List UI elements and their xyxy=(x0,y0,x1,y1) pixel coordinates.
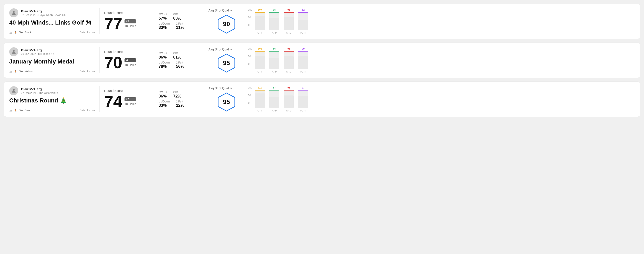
oneputt-value: 22% xyxy=(176,103,184,108)
chart-area: 100500 107 OTT 95 AP xyxy=(244,8,635,34)
fw-hit-value: 36% xyxy=(158,94,167,99)
cloud-icon: ☁ xyxy=(9,31,12,34)
bar-accent xyxy=(284,12,294,13)
bar-value: 93 xyxy=(302,86,304,89)
bar-value: 101 xyxy=(258,47,262,50)
bag-icon: 🏌 xyxy=(14,31,18,34)
updown-label: Up/Down xyxy=(158,100,170,103)
bar-fill-bg xyxy=(284,56,294,69)
bar-group-putt: 82 PUTT xyxy=(298,8,308,34)
card-score: Round Score 70 -2 18 Holes xyxy=(104,47,149,73)
bar-label: APP xyxy=(272,109,277,112)
bar-value: 87 xyxy=(273,86,276,89)
stat-oneputt: 1 Putt 11% xyxy=(176,22,184,30)
stat-fw-hit: FW Hit 36% xyxy=(158,91,167,99)
tee-label: Tee: Yellow xyxy=(19,70,32,73)
quality-number: 90 xyxy=(223,20,230,28)
stat-updown: Up/Down 33% xyxy=(158,22,170,30)
bar-label: PUTT xyxy=(300,70,306,73)
score-badge: +5 xyxy=(124,19,136,23)
gir-label: GIR xyxy=(173,91,181,94)
bar-wrapper xyxy=(298,12,308,30)
bag-icon: 🏌 xyxy=(14,109,18,112)
cloud-icon: ☁ xyxy=(9,70,12,73)
stat-fw-hit: FW Hit 86% xyxy=(158,52,167,60)
gir-label: GIR xyxy=(173,13,181,16)
round-card: Blair McHarg 29 Jan 2022 · Mill Ride GCC… xyxy=(4,43,640,78)
bar-label: ARG xyxy=(286,31,292,34)
y-tick: 100 xyxy=(248,86,252,89)
bar-wrapper xyxy=(269,12,279,30)
tee-info: ☁ 🏌 Tee: Yellow xyxy=(9,70,32,73)
divider xyxy=(204,86,204,112)
person-icon xyxy=(11,49,16,54)
card-stats: FW Hit 36% GIR 72% Up/Down 33% 1 Putt xyxy=(158,86,199,112)
bar-accent xyxy=(269,90,279,91)
bar-accent xyxy=(298,51,308,52)
card-quality: Avg Shot Quality 90 xyxy=(208,8,244,34)
card-footer: ☁ 🏌 Tee: Black Data: Arccos xyxy=(9,31,95,34)
player-name: Blair McHarg xyxy=(21,87,58,91)
quality-number: 95 xyxy=(223,59,230,67)
card-score: Round Score 74 +2 18 Holes xyxy=(104,86,149,112)
card-score: Round Score 77 +5 18 Holes xyxy=(104,8,149,34)
chart-area: 100500 101 OTT 86 AP xyxy=(244,47,635,73)
tee-label: Tee: Black xyxy=(19,31,31,34)
updown-value: 33% xyxy=(158,25,170,30)
bar-wrapper xyxy=(298,90,308,108)
quality-label: Avg Shot Quality xyxy=(208,8,232,12)
card-footer: ☁ 🏌 Tee: Blue Data: Arccos xyxy=(9,109,95,112)
holes-text: 18 Holes xyxy=(124,63,136,67)
bar-label: APP xyxy=(272,70,277,73)
person-icon xyxy=(11,10,16,15)
hexagon-container: 95 xyxy=(216,92,236,112)
stat-updown: Up/Down 78% xyxy=(158,61,170,69)
stat-gir: GIR 61% xyxy=(173,52,181,60)
card-stats: FW Hit 86% GIR 61% Up/Down 78% 1 Putt xyxy=(158,47,199,73)
card-quality: Avg Shot Quality 95 xyxy=(208,86,244,112)
fw-hit-value: 86% xyxy=(158,55,167,60)
bar-group-ott: 110 OTT xyxy=(255,86,265,112)
score-badge-holes: +5 18 Holes xyxy=(124,19,136,28)
score-row: 77 +5 18 Holes xyxy=(104,15,149,32)
round-title: January Monthly Medal xyxy=(9,58,95,65)
bar-value: 107 xyxy=(258,8,262,11)
card-left: Blair McHarg 29 Jan 2022 · Mill Ride GCC… xyxy=(9,47,95,73)
bar-fill-bg xyxy=(298,96,308,108)
divider xyxy=(154,8,154,34)
fw-hit-label: FW Hit xyxy=(158,52,167,55)
stat-fw-hit: FW Hit 57% xyxy=(158,13,167,21)
chart-area: 100500 110 OTT 87 AP xyxy=(244,86,635,112)
bar-fill-bg xyxy=(255,94,265,108)
avatar xyxy=(9,86,18,95)
updown-value: 33% xyxy=(158,103,170,108)
bar-label: ARG xyxy=(286,109,292,112)
bar-accent xyxy=(269,12,279,13)
divider xyxy=(154,47,154,73)
oneputt-value: 11% xyxy=(176,25,184,30)
bar-value: 98 xyxy=(288,8,290,11)
bar-value: 95 xyxy=(273,8,276,11)
hexagon-container: 95 xyxy=(216,53,236,73)
bag-icon: 🏌 xyxy=(14,70,18,73)
svg-point-4 xyxy=(13,89,15,91)
score-badge: -2 xyxy=(124,58,136,62)
card-stats: FW Hit 57% GIR 83% Up/Down 33% 1 Putt xyxy=(158,8,199,34)
bar-value: 96 xyxy=(288,47,290,50)
avatar xyxy=(9,47,18,56)
card-left: Blair McHarg 27 Dec 2021 · The Oxfordshi… xyxy=(9,86,95,112)
y-tick: 50 xyxy=(248,94,252,97)
oneputt-label: 1 Putt xyxy=(176,22,184,25)
bar-accent xyxy=(269,51,279,52)
stat-oneputt: 1 Putt 22% xyxy=(176,100,184,108)
tee-info: ☁ 🏌 Tee: Black xyxy=(9,31,31,34)
divider xyxy=(204,47,204,73)
divider xyxy=(204,8,204,34)
bar-value: 86 xyxy=(273,47,276,50)
card-footer: ☁ 🏌 Tee: Yellow Data: Arccos xyxy=(9,70,95,73)
bar-wrapper xyxy=(298,51,308,69)
oneputt-label: 1 Putt xyxy=(176,61,184,64)
bar-value: 99 xyxy=(302,47,304,50)
bar-group-putt: 93 PUTT xyxy=(298,86,308,112)
person-icon xyxy=(11,88,16,94)
